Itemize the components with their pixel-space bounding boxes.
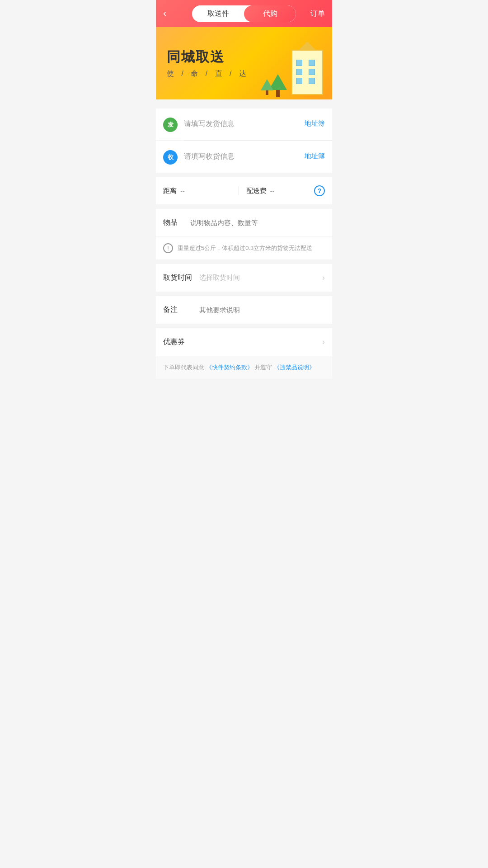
- tree-trunk: [276, 90, 280, 97]
- tab-proxy[interactable]: 代购: [244, 5, 296, 22]
- items-input[interactable]: [190, 219, 325, 226]
- distance-item: 距离 --: [163, 187, 231, 195]
- window: [309, 69, 315, 75]
- send-address-book-link[interactable]: 地址簿: [305, 117, 325, 128]
- order-link[interactable]: 订单: [307, 9, 325, 19]
- header: ‹ 取送件 代购 订单: [156, 0, 332, 27]
- coupon-label: 优惠券: [163, 337, 199, 347]
- distance-divider: [239, 186, 239, 195]
- items-label: 物品: [163, 218, 190, 227]
- items-section: 物品 ! 重量超过5公斤，体积超过0.3立方米的货物无法配送: [156, 209, 332, 259]
- warning-row: ! 重量超过5公斤，体积超过0.3立方米的货物无法配送: [156, 237, 332, 259]
- warning-icon: !: [163, 243, 173, 253]
- tab-pickup[interactable]: 取送件: [192, 5, 244, 22]
- fee-value: --: [270, 187, 275, 195]
- note-label: 备注: [163, 305, 199, 315]
- fee-label: 配送费: [246, 187, 267, 195]
- tree-top: [261, 79, 273, 90]
- distance-fee-section: 距离 -- 配送费 -- ?: [156, 177, 332, 204]
- spacer: [156, 99, 332, 108]
- fee-item: 配送费 --: [246, 187, 314, 195]
- tree-icon: [261, 79, 273, 95]
- note-input[interactable]: [199, 306, 325, 314]
- prohibited-link[interactable]: 《违禁品说明》: [274, 364, 315, 371]
- send-badge: 发: [163, 118, 178, 132]
- send-address-row[interactable]: 发 请填写发货信息 地址簿: [156, 108, 332, 141]
- footer: 下单即代表同意 《快件契约条款》 并遵守 《违禁品说明》: [156, 356, 332, 379]
- window: [296, 78, 302, 84]
- building-windows: [292, 55, 322, 89]
- distance-value: --: [180, 187, 185, 195]
- recv-address-book-link[interactable]: 地址簿: [305, 149, 325, 160]
- tab-group: 取送件 代购: [192, 5, 296, 22]
- pickup-time-label: 取货时间: [163, 273, 199, 283]
- banner-decoration: [251, 27, 332, 99]
- terms-link[interactable]: 《快件契约条款》: [206, 364, 253, 371]
- window: [309, 60, 315, 66]
- footer-prefix: 下单即代表同意: [163, 364, 204, 371]
- send-address-placeholder: 请填写发货信息: [178, 117, 305, 129]
- window: [309, 78, 315, 84]
- distance-label: 距离: [163, 187, 177, 195]
- banner-text: 同城取送 使 / 命 / 直 / 达: [167, 48, 249, 79]
- window: [296, 60, 302, 66]
- banner-title: 同城取送: [167, 48, 249, 66]
- items-row: 物品: [156, 209, 332, 237]
- address-section: 发 请填写发货信息 地址簿 收 请填写收货信息 地址簿: [156, 108, 332, 173]
- recv-badge: 收: [163, 150, 178, 165]
- pickup-time-arrow-icon: ›: [322, 273, 325, 283]
- pickup-time-value: 选择取货时间: [199, 274, 322, 282]
- footer-middle: 并遵守: [254, 364, 272, 371]
- banner: 同城取送 使 / 命 / 直 / 达: [156, 27, 332, 99]
- warning-text: 重量超过5公斤，体积超过0.3立方米的货物无法配送: [178, 244, 312, 252]
- help-icon[interactable]: ?: [314, 185, 325, 196]
- banner-subtitle: 使 / 命 / 直 / 达: [167, 69, 249, 79]
- pickup-time-row[interactable]: 取货时间 选择取货时间 ›: [156, 264, 332, 292]
- note-row: 备注: [156, 296, 332, 324]
- coupon-arrow-icon: ›: [322, 337, 325, 347]
- back-button[interactable]: ‹: [163, 8, 181, 19]
- tree-trunk: [266, 90, 268, 95]
- recv-address-placeholder: 请填写收货信息: [178, 149, 305, 161]
- window: [296, 69, 302, 75]
- recv-address-row[interactable]: 收 请填写收货信息 地址簿: [156, 141, 332, 173]
- coupon-row[interactable]: 优惠券 ›: [156, 328, 332, 356]
- building-icon: [291, 50, 323, 95]
